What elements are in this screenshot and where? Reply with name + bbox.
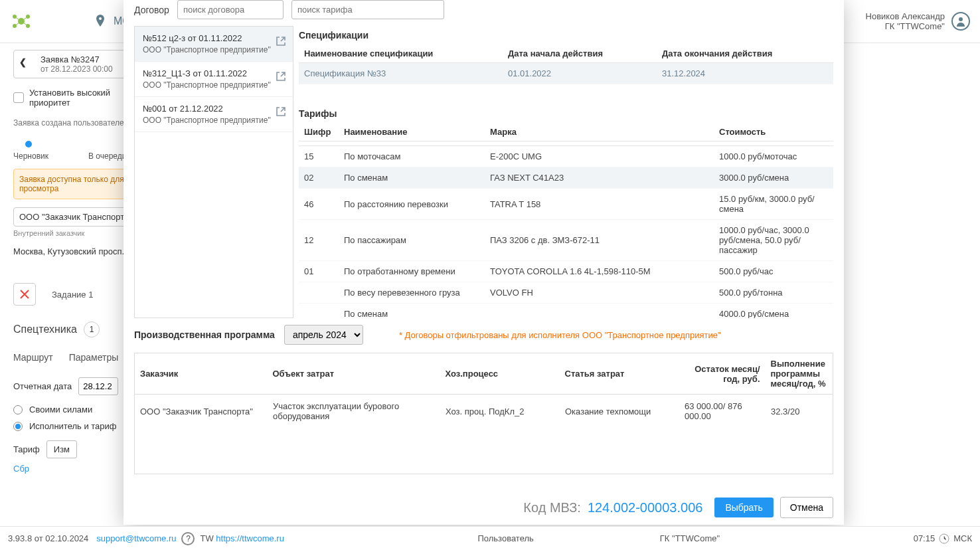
program-scroll[interactable]: ООО "Заказчик Транспорта" Участок эксплу…	[134, 395, 833, 474]
mvz-value: 124.002-00003.006	[588, 500, 703, 515]
tariff-row[interactable]: 12По пассажирамПАЗ 3206 с дв. ЗМЗ-672-11…	[299, 220, 833, 261]
tar-col-code: Шифр	[299, 123, 339, 141]
tariff-row[interactable]: 02По сменамГАЗ NEXT C41A233000.0 руб/сме…	[299, 167, 833, 189]
site-link[interactable]: https://ttwcome.ru	[216, 533, 284, 543]
external-link-icon[interactable]	[276, 71, 286, 82]
contract-label: Договор	[134, 5, 169, 15]
close-task-button[interactable]	[13, 283, 36, 306]
user-name: Новиков Александр	[866, 11, 945, 21]
spec-name: Спецификация №33	[299, 63, 503, 84]
prog-col-perf: Выполнение программы месяц/год, %	[766, 353, 833, 395]
tariff-row[interactable]: По весу перевезенного грузаVOLVO FH500.0…	[299, 282, 833, 304]
tariff-table: 15По моточасамE-200C UMG1000.0 руб/моточ…	[299, 146, 833, 318]
tab-params[interactable]: Параметры	[69, 348, 119, 367]
prog-col-cust: Заказчик	[135, 353, 268, 395]
prog-art: Оказание техпомощи	[560, 395, 679, 428]
user-label: Пользователь	[477, 533, 533, 543]
user-org: ГК "TTWCome"	[866, 21, 945, 31]
contract-number: №001 от 21.12.2022	[143, 104, 285, 114]
footer: 3.93.8 от 02.10.2024 support@ttwcome.ru …	[0, 526, 980, 550]
tariff-code	[299, 304, 339, 319]
tariff-brand: E-200C UMG	[485, 146, 714, 167]
tariff-name: По пассажирам	[339, 220, 485, 261]
user-info: Новиков Александр ГК "TTWCome"	[866, 11, 945, 31]
contract-number: №512 ц2-з от 01.11.2022	[143, 33, 285, 43]
prog-rest: 63 000.00/ 876 000.00	[679, 395, 766, 428]
tariff-brand: TOYOTA COROLLA 1.6 4L-1,598-110-5M	[485, 261, 714, 282]
tariff-cost: 500.0 руб/тонна	[714, 282, 833, 304]
tariff-code: 02	[299, 167, 339, 189]
status-draft: Черновик	[13, 151, 48, 161]
radio-exec[interactable]	[13, 422, 23, 431]
back-button[interactable]: ❮	[19, 57, 34, 72]
request-date: от 28.12.2023 00:00	[41, 64, 113, 74]
clock-icon	[939, 533, 949, 544]
mvz-label: Код МВЗ:	[523, 500, 581, 515]
contract-item[interactable]: №001 от 21.12.2022 ООО "Транспортное пре…	[135, 97, 293, 132]
spec-row[interactable]: Спецификация №33 01.01.2022 31.12.2024	[299, 63, 833, 84]
tariff-brand: TATRA T 158	[485, 189, 714, 220]
month-select[interactable]: апрель 2024	[284, 325, 363, 345]
tariff-row[interactable]: 01По отработанному времениTOYOTA COROLLA…	[299, 261, 833, 282]
user-avatar[interactable]	[951, 12, 970, 31]
contract-org: ООО "Транспортное предприятие"	[143, 80, 285, 90]
prog-perf: 32.3/20	[766, 395, 833, 428]
tariff-brand	[485, 304, 714, 319]
tariff-cost: 3000.0 руб/смена	[714, 167, 833, 189]
contract-number: №312_Ц1-З от 01.11.2022	[143, 68, 285, 78]
contract-item[interactable]: №512 ц2-з от 01.11.2022 ООО "Транспортно…	[135, 27, 293, 62]
tariff-code: 46	[299, 189, 339, 220]
change-button[interactable]: Изм	[46, 440, 77, 458]
program-row[interactable]: ООО "Заказчик Транспорта" Участок эксплу…	[135, 395, 833, 428]
contract-item[interactable]: №312_Ц1-З от 01.11.2022 ООО "Транспортно…	[135, 62, 293, 97]
tariff-cost: 1000.0 руб/моточас	[714, 146, 833, 167]
select-button[interactable]: Выбрать	[714, 498, 773, 517]
contract-org: ООО "Транспортное предприятие"	[143, 116, 285, 125]
spec-count-badge: 1	[84, 321, 100, 337]
tab-route[interactable]: Маршрут	[13, 348, 53, 367]
priority-checkbox[interactable]	[13, 92, 24, 103]
version-text: 3.93.8 от 02.10.2024	[8, 533, 88, 543]
contract-search-input[interactable]	[177, 0, 284, 19]
external-link-icon[interactable]	[276, 36, 286, 46]
tariff-code: 01	[299, 261, 339, 282]
tar-col-brand: Марка	[485, 123, 714, 141]
tariff-code: 12	[299, 220, 339, 261]
tariff-scroll[interactable]: 15По моточасамE-200C UMG1000.0 руб/моточ…	[299, 145, 833, 318]
tariff-name: По моточасам	[339, 146, 485, 167]
report-date-input[interactable]	[78, 377, 118, 395]
report-date-label: Отчетная дата	[13, 381, 72, 391]
tariff-code	[299, 282, 339, 304]
location-pin-icon[interactable]	[92, 13, 108, 29]
filter-note: * Договоры отфильтрованы для исполнителя…	[399, 330, 721, 340]
tariff-cost: 1000.0 руб/час, 3000.0 руб/смена, 50.0 р…	[714, 220, 833, 261]
footer-org: ГК "TTWCome"	[660, 533, 720, 543]
tariff-cost: 15.0 руб/км, 3000.0 руб/смена	[714, 189, 833, 220]
tariff-row[interactable]: По сменам4000.0 руб/смена	[299, 304, 833, 319]
spec-col-start: Дата начала действия	[503, 45, 657, 63]
cancel-button[interactable]: Отмена	[780, 497, 833, 518]
program-label: Производственная программа	[134, 329, 275, 340]
prog-cust: ООО "Заказчик Транспорта"	[135, 395, 268, 428]
tariff-row[interactable]: 15По моточасамE-200C UMG1000.0 руб/моточ…	[299, 146, 833, 167]
app-logo	[10, 10, 33, 33]
tariff-section-title: Тарифы	[299, 108, 833, 119]
tariff-cost: 500.0 руб/час	[714, 261, 833, 282]
contract-org: ООО "Транспортное предприятие"	[143, 45, 285, 54]
external-link-icon[interactable]	[276, 106, 286, 117]
tariff-row[interactable]: 46По расстоянию перевозкиTATRA T 15815.0…	[299, 189, 833, 220]
help-icon[interactable]: ?	[181, 532, 195, 545]
prog-proc: Хоз. проц. ПодКл_2	[440, 395, 560, 428]
tw-label: TW	[200, 533, 213, 543]
tar-col-name: Наименование	[339, 123, 485, 141]
request-number: Заявка №3247	[41, 54, 113, 64]
tariff-label: Тариф	[13, 444, 40, 454]
tariff-brand: VOLVO FH	[485, 282, 714, 304]
tariff-search-input[interactable]	[291, 0, 444, 19]
footer-tz: МСК	[953, 533, 972, 543]
radio-own[interactable]	[13, 405, 23, 414]
prog-col-obj: Объект затрат	[268, 353, 440, 395]
task-tab-1[interactable]: Задание 1	[42, 284, 102, 305]
footer-time: 07:15	[914, 533, 936, 543]
support-email-link[interactable]: support@ttwcome.ru	[96, 533, 176, 543]
